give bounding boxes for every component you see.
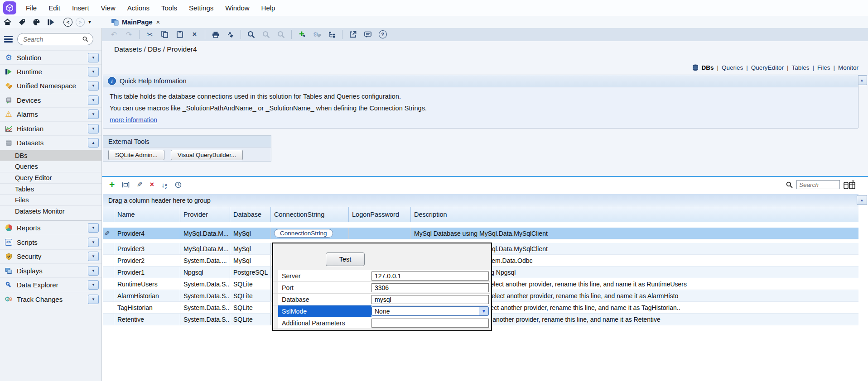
cell-logonpassword[interactable] xyxy=(349,228,411,239)
undo-icon[interactable]: ↶ xyxy=(110,30,118,39)
expand-solution-icon[interactable]: ▼ xyxy=(88,53,99,62)
tree-view-icon[interactable] xyxy=(328,30,336,39)
cell-name[interactable]: TagHistorian xyxy=(114,302,180,313)
delete-icon[interactable]: × xyxy=(190,30,199,39)
draw-icon[interactable] xyxy=(32,18,41,27)
sidebar-item-dbs[interactable]: DBs xyxy=(0,150,101,161)
tab-mainpage[interactable]: MainPage × xyxy=(108,16,163,28)
cell-provider[interactable]: Npgsql xyxy=(180,267,230,278)
add-tag-icon[interactable] xyxy=(298,30,306,39)
cell-database[interactable]: SQLite xyxy=(230,290,271,301)
column-header-description[interactable]: Description xyxy=(411,207,858,222)
expand-unified-namespace-icon[interactable]: ▼ xyxy=(88,81,99,90)
tag-icon[interactable] xyxy=(17,18,26,27)
group-by-band[interactable]: Drag a column header here to group xyxy=(103,194,858,207)
cell-name[interactable]: AlarmHistorian xyxy=(114,290,180,301)
sidebar-item-datasets-monitor[interactable]: Datasets Monitor xyxy=(0,205,101,217)
database-input[interactable] xyxy=(371,295,489,304)
cell-provider[interactable]: MySql.Data.M... xyxy=(180,228,230,239)
sidebar-item-scripts[interactable]: <> Scripts ▼ xyxy=(0,235,101,249)
cell-name[interactable]: Provider4 xyxy=(114,228,180,239)
expand-scripts-icon[interactable]: ▼ xyxy=(88,238,99,247)
rename-icon[interactable] xyxy=(122,182,130,188)
additional-parameters-input[interactable] xyxy=(371,319,489,328)
cell-provider[interactable]: System.Data.S... xyxy=(180,278,230,290)
link-queries[interactable]: Queries xyxy=(722,64,743,71)
cell-name[interactable]: Provider1 xyxy=(114,267,180,278)
link-queryeditor[interactable]: QueryEditor xyxy=(751,64,784,71)
column-chooser-icon[interactable] xyxy=(844,180,855,189)
copy-icon[interactable] xyxy=(160,30,169,39)
sidebar-item-track-changes[interactable]: ⚙⚙ Track Changes ▼ xyxy=(0,292,101,306)
help-icon[interactable]: ? xyxy=(378,30,387,39)
sidebar-item-runtime[interactable]: Runtime ▼ xyxy=(0,64,101,78)
column-header-name[interactable]: Name xyxy=(114,207,180,222)
sidebar-item-historian[interactable]: Historian ▼ xyxy=(0,121,101,135)
expand-security-icon[interactable]: ▼ xyxy=(88,252,99,261)
cell-database[interactable]: SQLite xyxy=(230,302,271,313)
collapse-datasets-icon[interactable]: ▲ xyxy=(88,138,99,148)
expand-reports-icon[interactable]: ▼ xyxy=(88,223,99,233)
link-files[interactable]: Files xyxy=(817,64,830,71)
column-header-provider[interactable]: Provider xyxy=(180,207,230,222)
sidebar-search-input[interactable] xyxy=(22,35,82,43)
port-input[interactable] xyxy=(371,283,489,292)
home-icon[interactable] xyxy=(3,18,12,27)
back-icon[interactable]: < xyxy=(63,18,72,27)
expand-alarms-icon[interactable]: ▼ xyxy=(88,110,99,119)
sslmode-select[interactable]: None ▼ xyxy=(371,306,489,316)
sidebar-item-displays[interactable]: Displays ▼ xyxy=(0,263,101,277)
open-new-window-icon[interactable] xyxy=(348,30,357,39)
sqlite-admin-button[interactable]: SQLite Admin... xyxy=(108,150,164,160)
sidebar-item-files[interactable]: Files xyxy=(0,194,101,205)
tag-settings-icon[interactable]: ⚙ xyxy=(313,30,321,39)
link-monitor[interactable]: Monitor xyxy=(838,64,858,71)
sidebar-item-data-explorer[interactable]: Data Explorer ▼ xyxy=(0,277,101,291)
cell-provider[interactable]: System.Data.S... xyxy=(180,302,230,313)
link-dbs[interactable]: DBs xyxy=(702,64,714,71)
sidebar-item-tables[interactable]: Tables xyxy=(0,183,101,195)
delete-row-icon[interactable]: × xyxy=(150,181,154,189)
sidebar-item-unified-namespace[interactable]: Unified Namespace ▼ xyxy=(0,79,101,93)
cut-icon[interactable]: ✂ xyxy=(145,30,154,39)
menu-view[interactable]: View xyxy=(95,4,121,12)
cell-database[interactable]: MySql xyxy=(230,255,271,266)
search-toolbar-icon[interactable] xyxy=(247,30,256,39)
grid-scroll-up-button[interactable]: ▲ xyxy=(857,195,867,205)
more-information-link[interactable]: more information xyxy=(110,116,157,124)
cell-database[interactable]: PostgreSQL xyxy=(230,267,271,278)
expand-devices-icon[interactable]: ▼ xyxy=(88,95,99,105)
expand-historian-icon[interactable]: ▼ xyxy=(88,124,99,133)
connectionstring-button[interactable]: ConnectionString xyxy=(274,229,333,238)
expand-runtime-icon[interactable]: ▼ xyxy=(88,67,99,76)
menu-edit[interactable]: Edit xyxy=(43,4,66,12)
history-dropdown-icon[interactable]: ▼ xyxy=(87,19,92,24)
column-header-logonpassword[interactable]: LogonPassword xyxy=(349,207,411,222)
cell-name[interactable]: Retentive xyxy=(114,314,180,325)
hamburger-menu-icon[interactable] xyxy=(4,36,13,43)
menu-settings[interactable]: Settings xyxy=(183,4,219,12)
menu-tools[interactable]: Tools xyxy=(155,4,183,12)
column-header-connectionstring[interactable]: ConnectionString xyxy=(271,207,349,222)
sidebar-item-alarms[interactable]: ⚠ Alarms ▼ xyxy=(0,107,101,121)
sidebar-item-security[interactable]: Security ▼ xyxy=(0,249,101,263)
sidebar-item-query-editor[interactable]: Query Editor xyxy=(0,172,101,183)
menu-file[interactable]: File xyxy=(20,4,43,12)
history-icon[interactable] xyxy=(174,181,182,188)
cell-name[interactable]: Provider2 xyxy=(114,255,180,266)
sort-icon[interactable]: ↓​AZ xyxy=(161,180,167,190)
cell-database[interactable]: SQLite xyxy=(230,314,271,325)
column-header-database[interactable]: Database xyxy=(230,207,271,222)
print-icon[interactable] xyxy=(211,30,220,39)
sidebar-item-solution[interactable]: ⚙ Solution ▼ xyxy=(0,50,101,64)
cell-database[interactable]: MySql xyxy=(230,228,271,239)
table-row-provider4[interactable]: ✎ Provider4 MySql.Data.M... MySql Connec… xyxy=(103,228,858,239)
sidebar-item-devices[interactable]: Devices ▼ xyxy=(0,93,101,107)
menu-window[interactable]: Window xyxy=(219,4,255,12)
test-button[interactable]: Test xyxy=(326,252,365,266)
redo-icon[interactable]: ↷ xyxy=(125,30,133,39)
cell-provider[interactable]: System.Data.... xyxy=(180,255,230,266)
run-icon[interactable] xyxy=(46,18,55,27)
menu-help[interactable]: Help xyxy=(256,4,281,12)
cell-provider[interactable]: System.Data.S... xyxy=(180,314,230,325)
